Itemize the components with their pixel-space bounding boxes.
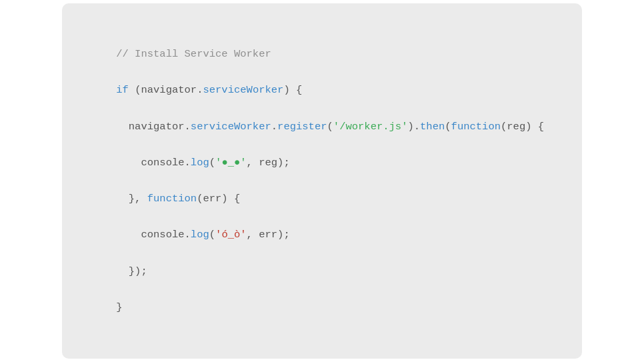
line-paren2: (	[445, 121, 451, 133]
line-if-keyword: if	[116, 84, 129, 96]
line-string1: '/worker.js'	[333, 121, 408, 133]
line-reg-arg: (reg) {	[501, 121, 544, 133]
dot4: .	[185, 157, 191, 169]
line-emoji2: 'ó_ò'	[215, 229, 247, 241]
code-block: // Install Service Worker if (navigator.…	[91, 27, 553, 335]
line-err1: , err);	[247, 229, 290, 241]
dot3: .	[271, 121, 277, 133]
line-err-arg: (err) {	[197, 193, 240, 205]
line-close2: });	[116, 265, 147, 277]
line-sw1: serviceWorker	[203, 84, 283, 96]
line-indent2: console	[116, 157, 184, 169]
line-log1: log	[191, 157, 209, 169]
line-reg1: , reg);	[247, 157, 290, 169]
line-paren3: (	[209, 157, 215, 169]
line-comment: // Install Service Worker	[116, 48, 271, 60]
line-paren4: (	[209, 229, 215, 241]
line-close3: }	[116, 301, 122, 313]
line-indent3: console	[116, 229, 184, 241]
code-block-container: // Install Service Worker if (navigator.…	[62, 3, 582, 359]
line-sw2: serviceWorker	[191, 121, 271, 133]
line-navigator1: navigator	[141, 84, 197, 96]
dot5: .	[185, 229, 191, 241]
line-log2: log	[191, 229, 209, 241]
line-then: ).	[407, 121, 420, 133]
line-function2: function	[147, 193, 197, 205]
line-close1: },	[116, 193, 147, 205]
line-register: register	[277, 121, 327, 133]
line-function1: function	[451, 121, 501, 133]
line-if-paren: (	[129, 84, 141, 96]
line-emoji1: '●_●'	[215, 157, 247, 169]
line-indent1: navigator	[116, 121, 184, 133]
line-if-close: ) {	[283, 84, 302, 96]
dot2: .	[185, 121, 191, 133]
line-paren1: (	[327, 121, 333, 133]
line-then-method: then	[420, 121, 445, 133]
